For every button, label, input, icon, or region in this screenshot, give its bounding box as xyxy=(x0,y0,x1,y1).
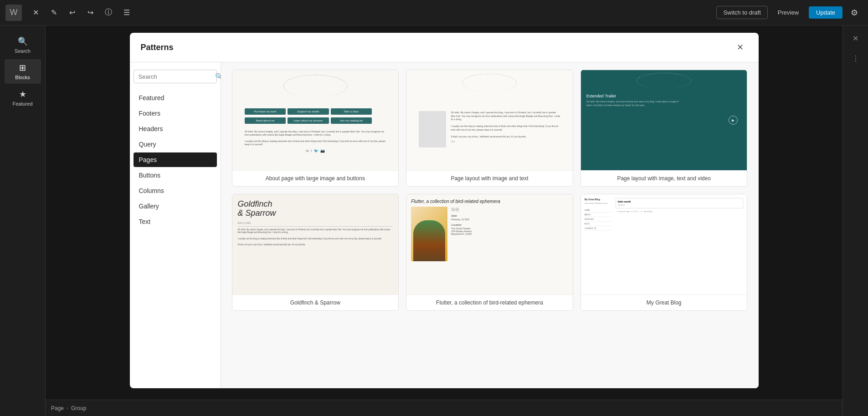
modal-title: Patterns xyxy=(141,43,174,52)
close-button[interactable]: ✕ xyxy=(27,5,44,21)
pattern-preview-flutter: Flutter, a collection of bird-related ep… xyxy=(406,194,573,294)
modal-close-icon: ✕ xyxy=(737,42,744,52)
pattern-label-flutter: Flutter, a collection of bird-related ep… xyxy=(406,294,573,310)
right-options-icon: ⋮ xyxy=(852,54,859,63)
modal-overlay: Patterns ✕ 🔍 Featured Footers Headers Qu… xyxy=(46,25,842,400)
pattern-preview-dark-video: Extended Trailer Oh hello. My name's Ang… xyxy=(581,70,747,170)
pattern-label-dark-video: Page layout with image, text and video xyxy=(581,170,747,186)
pattern-card-flutter[interactable]: Flutter, a collection of bird-related ep… xyxy=(406,194,573,311)
preview-button[interactable]: Preview xyxy=(771,6,805,19)
modal-body: 🔍 Featured Footers Headers Query Pages B… xyxy=(130,62,759,388)
modal-header: Patterns ✕ xyxy=(130,33,759,62)
modal-nav-pages[interactable]: Pages xyxy=(134,152,217,167)
goldfinch-title: Goldfinch& Sparrow xyxy=(238,200,276,218)
patterns-modal: Patterns ✕ 🔍 Featured Footers Headers Qu… xyxy=(130,33,759,388)
about-buttons-bottom: Read about me Learn about my process Joi… xyxy=(245,117,372,124)
pattern-preview-goldfinch: Goldfinch& Sparrow WELCOME Oh hello. My … xyxy=(232,194,399,294)
switch-draft-button[interactable]: Switch to draft xyxy=(716,6,767,19)
edit-button[interactable]: ✎ xyxy=(46,5,62,21)
bottom-bar: Page › Group xyxy=(46,400,842,416)
modal-search-box: 🔍 xyxy=(134,70,217,83)
patterns-grid: Purchase my work Support my studio Take … xyxy=(232,70,748,311)
menu-button[interactable]: ☰ xyxy=(118,5,135,21)
modal-close-button[interactable]: ✕ xyxy=(733,40,748,55)
settings-icon: ⚙ xyxy=(851,8,858,18)
imgtext-body: Oh hello. My name's Angela, and I operat… xyxy=(451,111,560,138)
about-social-icons: Wf🐦📷 xyxy=(306,149,325,153)
info-button[interactable]: ⓘ xyxy=(100,5,117,21)
pattern-card-dark-video[interactable]: Extended Trailer Oh hello. My name's Ang… xyxy=(580,70,748,187)
left-sidebar: 🔍 Search ⊞ Blocks ★ Featured xyxy=(0,25,46,416)
menu-icon: ☰ xyxy=(123,8,130,17)
featured-sidebar-icon: ★ xyxy=(19,89,26,99)
modal-nav-columns[interactable]: Columns xyxy=(134,183,217,198)
flutter-bird-shape xyxy=(413,220,445,261)
imgtext-caption: ©txt xyxy=(451,140,560,143)
modal-nav-headers[interactable]: Headers xyxy=(134,122,217,136)
modal-sidebar: 🔍 Featured Footers Headers Query Pages B… xyxy=(130,62,221,388)
sidebar-item-blocks[interactable]: ⊞ Blocks xyxy=(5,59,41,84)
undo-icon: ↩ xyxy=(69,8,75,17)
pattern-card-goldfinch[interactable]: Goldfinch& Sparrow WELCOME Oh hello. My … xyxy=(232,194,399,311)
sidebar-item-search[interactable]: 🔍 Search xyxy=(5,33,41,57)
dark-body-text: Oh hello. My name's Angela, and you've f… xyxy=(586,100,679,107)
dark-arc-decoration xyxy=(637,73,691,89)
pattern-label-about: About page with large image and buttons xyxy=(232,170,399,186)
settings-button[interactable]: ⚙ xyxy=(846,5,863,21)
pattern-preview-about: Purchase my work Support my studio Take … xyxy=(232,70,399,170)
modal-nav-gallery[interactable]: Gallery xyxy=(134,199,217,213)
blog-post-card: Hello world! 10.20.22 xyxy=(616,198,744,208)
modal-search-icon: 🔍 xyxy=(215,73,221,80)
sidebar-item-blocks-label: Blocks xyxy=(15,75,30,80)
sidebar-item-search-label: Search xyxy=(15,48,31,54)
imgtext-content: Oh hello. My name's Angela, and I operat… xyxy=(419,111,560,147)
modal-nav-featured[interactable]: Featured xyxy=(134,91,217,105)
pattern-label-blog: My Great Blog xyxy=(581,294,747,310)
pattern-preview-image-text: Oh hello. My name's Angela, and I operat… xyxy=(406,70,573,170)
about-arc-decoration xyxy=(283,75,347,97)
toolbar-left: W ✕ ✎ ↩ ↪ ⓘ ☰ xyxy=(5,5,135,21)
redo-icon: ↪ xyxy=(87,8,93,17)
about-buttons-top: Purchase my work Support my studio Take … xyxy=(245,108,372,115)
breadcrumb-group[interactable]: Group xyxy=(71,405,86,411)
imgtext-image-placeholder xyxy=(419,111,446,147)
right-sidebar: ✕ ⋮ xyxy=(842,25,868,416)
redo-button[interactable]: ↪ xyxy=(82,5,98,21)
modal-content: Purchase my work Support my studio Take … xyxy=(221,62,759,388)
close-right-button[interactable]: ✕ xyxy=(847,29,865,47)
pattern-label-goldfinch: Goldfinch & Sparrow xyxy=(232,294,399,310)
toolbar-right: Switch to draft Preview Update ⚙ xyxy=(716,5,863,21)
pattern-card-about[interactable]: Purchase my work Support my studio Take … xyxy=(232,70,399,187)
edit-icon: ✎ xyxy=(51,8,57,17)
goldfinch-body: Oh hello. My name's Angela, and I operat… xyxy=(238,228,393,247)
about-body-text: Oh hello. My name's Angela, and I operat… xyxy=(245,130,386,146)
modal-nav-text[interactable]: Text xyxy=(134,214,217,229)
top-toolbar: W ✕ ✎ ↩ ↪ ⓘ ☰ Switch to draft Preview Up… xyxy=(0,0,868,25)
modal-nav-buttons[interactable]: Buttons xyxy=(134,168,217,183)
blocks-sidebar-icon: ⊞ xyxy=(19,63,26,73)
modal-nav-query[interactable]: Query xyxy=(134,137,217,152)
flutter-content: ◎◎ Date February, 12 2021 Location The G… xyxy=(411,207,568,290)
flutter-info: ◎◎ Date February, 12 2021 Location The G… xyxy=(451,207,568,290)
sidebar-item-featured-label: Featured xyxy=(12,101,32,107)
flutter-bird-image xyxy=(411,207,447,261)
close-icon: ✕ xyxy=(33,8,39,17)
blog-main: Hello world! 10.20.22 ← Previous Page 1 … xyxy=(616,198,744,291)
imgtext-arc-decoration xyxy=(462,74,517,92)
close-right-icon: ✕ xyxy=(853,34,858,43)
right-options-button[interactable]: ⋮ xyxy=(847,49,865,67)
search-sidebar-icon: 🔍 xyxy=(18,36,28,46)
update-button[interactable]: Update xyxy=(809,6,842,19)
goldfinch-welcome: WELCOME xyxy=(238,222,251,224)
pattern-card-blog[interactable]: My Great Blog Just another WordPress sit… xyxy=(580,194,748,311)
flutter-title: Flutter, a collection of bird-related ep… xyxy=(411,199,568,204)
undo-button[interactable]: ↩ xyxy=(64,5,80,21)
breadcrumb-page[interactable]: Page xyxy=(51,405,64,411)
wp-logo-icon: W xyxy=(5,5,22,21)
pattern-card-image-text[interactable]: Oh hello. My name's Angela, and I operat… xyxy=(406,70,573,187)
breadcrumb-separator: › xyxy=(67,405,68,411)
modal-nav-footers[interactable]: Footers xyxy=(134,106,217,121)
modal-search-input[interactable] xyxy=(139,73,215,80)
dark-extended-trailer: Extended Trailer xyxy=(586,94,616,98)
sidebar-item-featured[interactable]: ★ Featured xyxy=(5,86,41,110)
